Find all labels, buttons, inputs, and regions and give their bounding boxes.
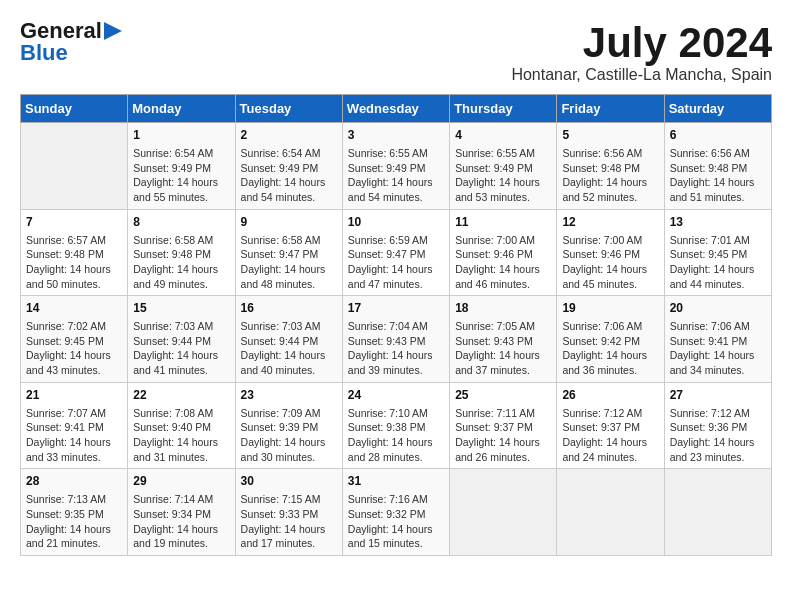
day-info: Sunrise: 7:13 AM <box>26 492 122 507</box>
day-info: Daylight: 14 hours <box>562 435 658 450</box>
day-number: 9 <box>241 214 337 231</box>
day-number: 10 <box>348 214 444 231</box>
calendar-cell: 26Sunrise: 7:12 AMSunset: 9:37 PMDayligh… <box>557 382 664 469</box>
calendar-week-5: 28Sunrise: 7:13 AMSunset: 9:35 PMDayligh… <box>21 469 772 556</box>
calendar-cell: 8Sunrise: 6:58 AMSunset: 9:48 PMDaylight… <box>128 209 235 296</box>
calendar-cell: 27Sunrise: 7:12 AMSunset: 9:36 PMDayligh… <box>664 382 771 469</box>
day-info: and 31 minutes. <box>133 450 229 465</box>
day-info: and 28 minutes. <box>348 450 444 465</box>
day-info: and 17 minutes. <box>241 536 337 551</box>
day-info: Daylight: 14 hours <box>348 435 444 450</box>
day-info: Daylight: 14 hours <box>133 435 229 450</box>
calendar-cell: 14Sunrise: 7:02 AMSunset: 9:45 PMDayligh… <box>21 296 128 383</box>
day-info: Sunrise: 6:54 AM <box>133 146 229 161</box>
calendar-cell: 5Sunrise: 6:56 AMSunset: 9:48 PMDaylight… <box>557 123 664 210</box>
weekday-header-wednesday: Wednesday <box>342 95 449 123</box>
calendar-cell <box>557 469 664 556</box>
day-info: Sunrise: 6:58 AM <box>241 233 337 248</box>
weekday-header-saturday: Saturday <box>664 95 771 123</box>
day-info: Sunrise: 7:11 AM <box>455 406 551 421</box>
calendar-cell: 9Sunrise: 6:58 AMSunset: 9:47 PMDaylight… <box>235 209 342 296</box>
day-info: and 54 minutes. <box>348 190 444 205</box>
day-info: Sunset: 9:49 PM <box>348 161 444 176</box>
weekday-header-thursday: Thursday <box>450 95 557 123</box>
day-info: Sunrise: 7:00 AM <box>455 233 551 248</box>
day-info: Sunrise: 7:09 AM <box>241 406 337 421</box>
day-info: Daylight: 14 hours <box>133 348 229 363</box>
day-info: Daylight: 14 hours <box>455 348 551 363</box>
day-info: and 24 minutes. <box>562 450 658 465</box>
day-info: Sunset: 9:48 PM <box>562 161 658 176</box>
day-number: 31 <box>348 473 444 490</box>
calendar-cell: 30Sunrise: 7:15 AMSunset: 9:33 PMDayligh… <box>235 469 342 556</box>
day-info: Sunrise: 7:15 AM <box>241 492 337 507</box>
day-info: and 15 minutes. <box>348 536 444 551</box>
calendar-cell: 28Sunrise: 7:13 AMSunset: 9:35 PMDayligh… <box>21 469 128 556</box>
day-info: Sunrise: 7:12 AM <box>562 406 658 421</box>
day-number: 16 <box>241 300 337 317</box>
day-info: Sunrise: 6:55 AM <box>348 146 444 161</box>
calendar-cell: 31Sunrise: 7:16 AMSunset: 9:32 PMDayligh… <box>342 469 449 556</box>
day-info: Sunset: 9:45 PM <box>26 334 122 349</box>
day-info: Sunset: 9:47 PM <box>348 247 444 262</box>
day-info: Sunrise: 7:10 AM <box>348 406 444 421</box>
day-info: Daylight: 14 hours <box>133 522 229 537</box>
day-info: Sunrise: 7:01 AM <box>670 233 766 248</box>
day-info: Sunset: 9:42 PM <box>562 334 658 349</box>
day-info: Sunset: 9:49 PM <box>455 161 551 176</box>
day-info: and 44 minutes. <box>670 277 766 292</box>
day-info: Sunrise: 7:06 AM <box>562 319 658 334</box>
day-number: 27 <box>670 387 766 404</box>
day-info: Sunrise: 6:59 AM <box>348 233 444 248</box>
day-info: Sunrise: 7:16 AM <box>348 492 444 507</box>
calendar-cell: 15Sunrise: 7:03 AMSunset: 9:44 PMDayligh… <box>128 296 235 383</box>
day-info: and 52 minutes. <box>562 190 658 205</box>
day-info: Sunset: 9:45 PM <box>670 247 766 262</box>
day-number: 7 <box>26 214 122 231</box>
day-number: 15 <box>133 300 229 317</box>
day-info: Sunset: 9:47 PM <box>241 247 337 262</box>
day-info: Daylight: 14 hours <box>670 175 766 190</box>
day-info: Sunrise: 6:56 AM <box>670 146 766 161</box>
day-info: and 39 minutes. <box>348 363 444 378</box>
calendar-cell: 4Sunrise: 6:55 AMSunset: 9:49 PMDaylight… <box>450 123 557 210</box>
weekday-header-monday: Monday <box>128 95 235 123</box>
day-info: and 43 minutes. <box>26 363 122 378</box>
day-info: Daylight: 14 hours <box>455 435 551 450</box>
month-title: July 2024 <box>511 20 772 66</box>
day-info: and 51 minutes. <box>670 190 766 205</box>
day-info: Sunset: 9:44 PM <box>241 334 337 349</box>
day-info: Daylight: 14 hours <box>670 435 766 450</box>
day-info: and 40 minutes. <box>241 363 337 378</box>
calendar-week-1: 1Sunrise: 6:54 AMSunset: 9:49 PMDaylight… <box>21 123 772 210</box>
day-info: Sunset: 9:41 PM <box>670 334 766 349</box>
calendar-table: SundayMondayTuesdayWednesdayThursdayFrid… <box>20 94 772 556</box>
day-info: Sunset: 9:48 PM <box>133 247 229 262</box>
day-number: 6 <box>670 127 766 144</box>
day-info: and 53 minutes. <box>455 190 551 205</box>
day-number: 4 <box>455 127 551 144</box>
day-number: 23 <box>241 387 337 404</box>
logo-blue-text: Blue <box>20 42 122 64</box>
day-number: 19 <box>562 300 658 317</box>
day-info: and 41 minutes. <box>133 363 229 378</box>
day-info: and 23 minutes. <box>670 450 766 465</box>
day-number: 11 <box>455 214 551 231</box>
day-info: Sunset: 9:37 PM <box>562 420 658 435</box>
day-info: Sunrise: 7:07 AM <box>26 406 122 421</box>
calendar-cell: 24Sunrise: 7:10 AMSunset: 9:38 PMDayligh… <box>342 382 449 469</box>
calendar-cell: 3Sunrise: 6:55 AMSunset: 9:49 PMDaylight… <box>342 123 449 210</box>
day-info: Daylight: 14 hours <box>26 262 122 277</box>
day-number: 24 <box>348 387 444 404</box>
weekday-header-sunday: Sunday <box>21 95 128 123</box>
calendar-cell: 1Sunrise: 6:54 AMSunset: 9:49 PMDaylight… <box>128 123 235 210</box>
day-info: and 48 minutes. <box>241 277 337 292</box>
day-info: Daylight: 14 hours <box>26 522 122 537</box>
day-info: and 30 minutes. <box>241 450 337 465</box>
calendar-cell: 23Sunrise: 7:09 AMSunset: 9:39 PMDayligh… <box>235 382 342 469</box>
day-info: Sunset: 9:41 PM <box>26 420 122 435</box>
day-number: 30 <box>241 473 337 490</box>
day-number: 2 <box>241 127 337 144</box>
calendar-cell: 6Sunrise: 6:56 AMSunset: 9:48 PMDaylight… <box>664 123 771 210</box>
calendar-cell: 7Sunrise: 6:57 AMSunset: 9:48 PMDaylight… <box>21 209 128 296</box>
